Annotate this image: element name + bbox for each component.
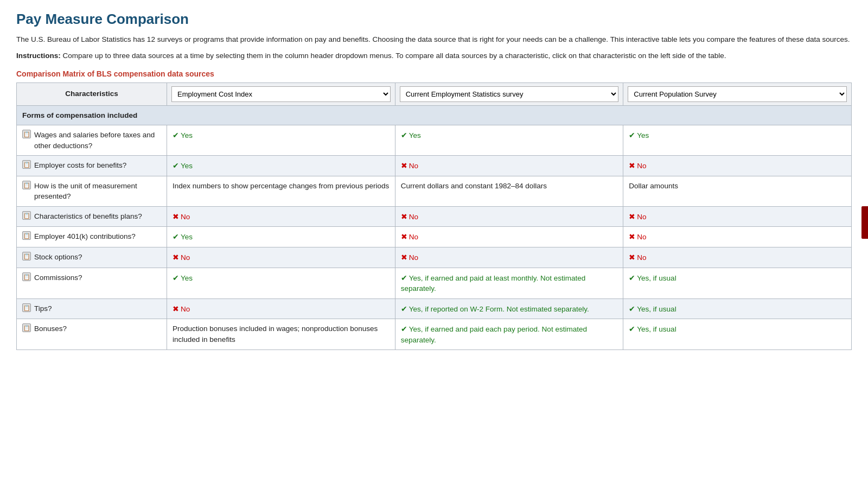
yes-label: Yes, if usual	[637, 274, 676, 282]
yes-label: Yes	[181, 131, 193, 139]
text-value: Index numbers to show percentage changes…	[173, 182, 389, 190]
text-value: Current dollars and constant 1982–84 dol…	[401, 182, 547, 190]
no-label: No	[637, 162, 646, 170]
yes-label: Yes, if reported on W-2 Form. Not estima…	[409, 305, 589, 313]
char-text-commissions: Commissions?	[34, 272, 82, 283]
table-row: 📋Employer 401(k) contributions?✔Yes✖No✖N…	[17, 227, 852, 247]
col3-cell-employer-benefits: ✖No	[623, 156, 852, 176]
no-label: No	[409, 213, 418, 221]
checkmark-icon: ✔	[173, 274, 179, 282]
page-title: Pay Measure Comparison	[16, 11, 852, 28]
char-text-stock-options: Stock options?	[34, 252, 82, 263]
char-cell-tips[interactable]: 📋Tips?	[17, 298, 167, 319]
info-icon-stock-options[interactable]: 📋	[22, 252, 31, 260]
yes-label: Yes	[409, 131, 421, 139]
section-label-section-forms: Forms of compensation included	[17, 105, 852, 125]
info-icon-char-benefits[interactable]: 📋	[22, 211, 31, 220]
col2-select[interactable]: Employment Cost Index Current Employment…	[400, 86, 619, 102]
col3-cell-unit-measurement: Dollar amounts	[623, 176, 852, 206]
section-header-section-forms: Forms of compensation included	[17, 105, 852, 125]
yes-label: Yes, if usual	[637, 305, 676, 313]
checkmark-icon: ✔	[629, 131, 635, 139]
col3-select[interactable]: Employment Cost Index Current Employment…	[628, 86, 847, 102]
xmark-icon: ✖	[401, 212, 407, 221]
info-icon-employer-benefits[interactable]: 📋	[22, 160, 31, 169]
table-header-row: Characteristics Employment Cost Index Cu…	[17, 82, 852, 105]
xmark-icon: ✖	[629, 161, 635, 170]
char-text-char-benefits: Characteristics of benefits plans?	[34, 211, 142, 222]
matrix-title: Comparison Matrix of BLS compensation da…	[16, 69, 852, 78]
yes-label: Yes	[181, 162, 193, 170]
col2-cell-tips: ✔Yes, if reported on W-2 Form. Not estim…	[395, 298, 623, 319]
info-icon-unit-measurement[interactable]: 📋	[22, 181, 31, 189]
yes-label: Yes, if earned and paid at least monthly…	[401, 274, 586, 293]
no-label: No	[409, 233, 418, 241]
info-icon-tips[interactable]: 📋	[22, 303, 31, 312]
char-cell-employer-401k[interactable]: 📋Employer 401(k) contributions?	[17, 227, 167, 247]
char-cell-unit-measurement[interactable]: 📋How is the unit of measurement presente…	[17, 176, 167, 206]
char-cell-commissions[interactable]: 📋Commissions?	[17, 268, 167, 298]
col1-cell-commissions: ✔Yes	[167, 268, 395, 298]
col3-cell-char-benefits: ✖No	[623, 206, 852, 227]
no-label: No	[637, 253, 646, 262]
info-icon-bonuses[interactable]: 📋	[22, 323, 31, 332]
instructions-text: Instructions: Compare up to three data s…	[16, 50, 852, 61]
col1-cell-tips: ✖No	[167, 298, 395, 319]
col2-cell-employer-benefits: ✖No	[395, 156, 623, 176]
col2-cell-employer-401k: ✖No	[395, 227, 623, 247]
col3-header: Employment Cost Index Current Employment…	[623, 82, 852, 105]
checkmark-icon: ✔	[173, 161, 179, 170]
checkmark-icon: ✔	[629, 325, 635, 333]
char-text-employer-benefits: Employer costs for benefits?	[34, 160, 126, 171]
checkmark-icon: ✔	[173, 131, 179, 139]
yes-label: Yes	[637, 131, 649, 139]
no-label: No	[637, 213, 646, 221]
xmark-icon: ✖	[629, 253, 635, 262]
char-column-header: Characteristics	[17, 82, 167, 105]
checkmark-icon: ✔	[401, 304, 407, 313]
char-text-employer-401k: Employer 401(k) contributions?	[34, 231, 136, 242]
info-icon-commissions[interactable]: 📋	[22, 272, 31, 281]
char-cell-stock-options[interactable]: 📋Stock options?	[17, 247, 167, 268]
checkmark-icon: ✔	[629, 274, 635, 282]
yes-label: Yes, if earned and paid each pay period.…	[401, 325, 587, 344]
no-label: No	[409, 162, 418, 170]
no-label: No	[181, 213, 190, 221]
xmark-icon: ✖	[173, 212, 179, 221]
checkmark-icon: ✔	[401, 274, 407, 282]
scroll-marker	[861, 206, 868, 239]
info-icon-employer-401k[interactable]: 📋	[22, 231, 31, 240]
col3-cell-bonuses: ✔Yes, if usual	[623, 319, 852, 350]
char-text-wages-salaries: Wages and salaries before taxes and othe…	[34, 130, 161, 151]
xmark-icon: ✖	[629, 212, 635, 221]
col1-cell-employer-401k: ✔Yes	[167, 227, 395, 247]
col2-cell-char-benefits: ✖No	[395, 206, 623, 227]
col1-cell-wages-salaries: ✔Yes	[167, 125, 395, 156]
col3-cell-wages-salaries: ✔Yes	[623, 125, 852, 156]
col2-cell-commissions: ✔Yes, if earned and paid at least monthl…	[395, 268, 623, 298]
checkmark-icon: ✔	[401, 131, 407, 139]
xmark-icon: ✖	[629, 232, 635, 241]
char-cell-char-benefits[interactable]: 📋Characteristics of benefits plans?	[17, 206, 167, 227]
no-label: No	[637, 233, 646, 241]
instructions-label: Instructions:	[16, 52, 61, 60]
col3-cell-commissions: ✔Yes, if usual	[623, 268, 852, 298]
yes-label: Yes	[181, 233, 193, 241]
intro-text: The U.S. Bureau of Labor Statistics has …	[16, 34, 852, 45]
col2-cell-unit-measurement: Current dollars and constant 1982–84 dol…	[395, 176, 623, 206]
table-row: 📋Employer costs for benefits?✔Yes✖No✖No	[17, 156, 852, 176]
table-row: 📋Stock options?✖No✖No✖No	[17, 247, 852, 268]
xmark-icon: ✖	[401, 161, 407, 170]
char-text-bonuses: Bonuses?	[34, 323, 67, 334]
col3-cell-tips: ✔Yes, if usual	[623, 298, 852, 319]
xmark-icon: ✖	[173, 253, 179, 262]
table-row: 📋Bonuses?Production bonuses included in …	[17, 319, 852, 350]
info-icon-wages-salaries[interactable]: 📋	[22, 130, 31, 138]
char-cell-employer-benefits[interactable]: 📋Employer costs for benefits?	[17, 156, 167, 176]
col1-select[interactable]: Employment Cost Index Current Employment…	[171, 86, 391, 102]
char-cell-bonuses[interactable]: 📋Bonuses?	[17, 319, 167, 350]
char-cell-wages-salaries[interactable]: 📋Wages and salaries before taxes and oth…	[17, 125, 167, 156]
xmark-icon: ✖	[173, 304, 179, 313]
no-label: No	[181, 253, 190, 262]
checkmark-icon: ✔	[173, 232, 179, 241]
